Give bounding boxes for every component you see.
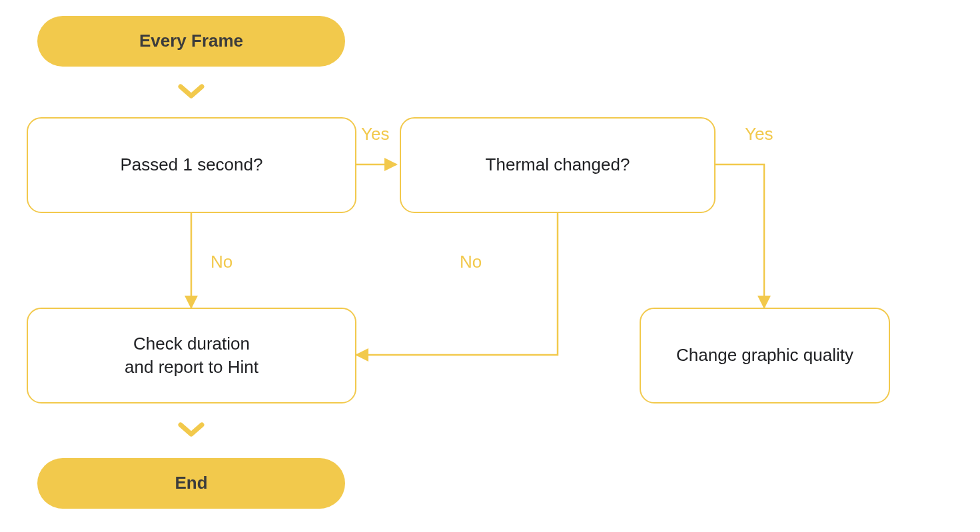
decision-passed-1-second: Passed 1 second?	[27, 117, 356, 213]
process-report-label: Check duration and report to Hint	[125, 332, 258, 379]
start-label: Every Frame	[139, 29, 243, 53]
end-node: End	[37, 458, 345, 509]
process-change-graphic-quality: Change graphic quality	[640, 308, 890, 403]
start-node: Every Frame	[37, 16, 345, 67]
process-check-duration-report: Check duration and report to Hint	[27, 308, 356, 403]
chevron-down-icon	[178, 83, 205, 101]
flowchart-canvas: Every Frame Passed 1 second? Yes Thermal…	[0, 0, 980, 532]
decision-thermal-changed: Thermal changed?	[400, 117, 716, 213]
end-label: End	[175, 471, 207, 495]
process-quality-label: Change graphic quality	[676, 344, 853, 367]
chevron-down-icon	[178, 421, 205, 439]
decision2-label: Thermal changed?	[486, 153, 630, 176]
edge-label-d1-no: No	[211, 252, 233, 272]
edge-label-d2-no: No	[460, 252, 482, 272]
edge-label-d2-yes: Yes	[745, 124, 773, 144]
connectors-svg	[0, 0, 980, 532]
edge-label-d1-yes: Yes	[361, 124, 389, 144]
decision1-label: Passed 1 second?	[121, 153, 263, 176]
